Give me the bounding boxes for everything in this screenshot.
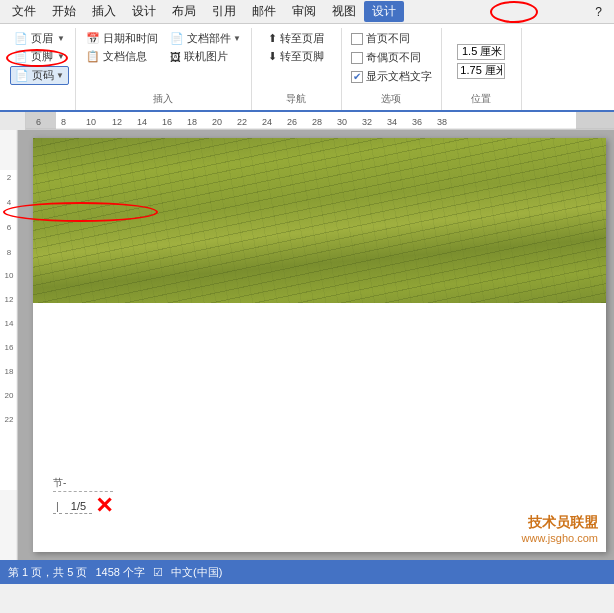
svg-text:22: 22 xyxy=(237,117,247,127)
header-pos-input[interactable] xyxy=(457,44,505,60)
datetime-label: 日期和时间 xyxy=(103,31,158,46)
horizontal-ruler: 6 8 10 12 14 16 18 20 22 24 26 28 30 32 … xyxy=(26,112,614,129)
svg-text:32: 32 xyxy=(362,117,372,127)
pagenum-button[interactable]: 📄 页码 ▼ xyxy=(10,66,69,85)
menu-mail[interactable]: 邮件 xyxy=(244,1,284,22)
svg-text:26: 26 xyxy=(287,117,297,127)
grass-image xyxy=(33,138,606,303)
linkimg-button[interactable]: 🖼 联机图片 xyxy=(166,48,245,65)
svg-text:18: 18 xyxy=(187,117,197,127)
menu-design2[interactable]: 设计 xyxy=(364,1,404,22)
menu-design[interactable]: 设计 xyxy=(124,1,164,22)
show-doc-checkbox[interactable]: ✔ 显示文档文字 xyxy=(349,68,434,85)
menu-file[interactable]: 文件 xyxy=(4,1,44,22)
group-label-insert: 插入 xyxy=(153,92,173,108)
svg-rect-23 xyxy=(0,170,18,490)
first-diff-checkbox[interactable]: 首页不同 xyxy=(349,30,434,47)
first-diff-label: 首页不同 xyxy=(366,31,410,46)
menu-help-icon[interactable]: ? xyxy=(587,3,610,21)
svg-text:38: 38 xyxy=(437,117,447,127)
svg-rect-3 xyxy=(576,112,614,129)
document-area-wrapper: 2 4 6 8 10 12 14 16 18 20 22 节- | xyxy=(0,130,614,560)
footer-button[interactable]: 📄 页脚 ▼ xyxy=(10,48,69,65)
ribbon: 📄 页眉 ▼ 📄 页脚 ▼ 📄 页码 ▼ 📅 日期和时间 xyxy=(0,24,614,112)
goto-footer-label: 转至页脚 xyxy=(280,49,324,64)
svg-text:24: 24 xyxy=(262,117,272,127)
pagenum-dropdown-arrow: ▼ xyxy=(56,71,64,80)
svg-text:34: 34 xyxy=(387,117,397,127)
header-button[interactable]: 📄 页眉 ▼ xyxy=(10,30,69,47)
menu-layout[interactable]: 布局 xyxy=(164,1,204,22)
svg-text:4: 4 xyxy=(7,198,12,207)
svg-text:6: 6 xyxy=(7,223,12,232)
linkimg-label: 联机图片 xyxy=(184,49,228,64)
menu-bar: 文件 开始 插入 设计 布局 引用 邮件 审阅 视图 设计 ? xyxy=(0,0,614,24)
footer-label: 页脚 xyxy=(31,49,55,64)
svg-text:12: 12 xyxy=(112,117,122,127)
docinfo-label: 文档信息 xyxy=(103,49,147,64)
goto-header-label: 转至页眉 xyxy=(280,31,324,46)
group-label-nav: 导航 xyxy=(286,92,306,108)
svg-text:30: 30 xyxy=(337,117,347,127)
pagenum-label: 页码 xyxy=(32,68,54,83)
svg-text:14: 14 xyxy=(137,117,147,127)
docparts-button[interactable]: 📄 文档部件 ▼ xyxy=(166,30,245,47)
status-page-info: 第 1 页，共 5 页 xyxy=(8,565,87,580)
svg-text:16: 16 xyxy=(162,117,172,127)
svg-text:10: 10 xyxy=(5,271,14,280)
page-num-row: | 1/5 ✕ xyxy=(53,495,113,517)
page-footer-section: 节- | 1/5 ✕ xyxy=(53,476,113,517)
header-pos-row xyxy=(457,44,505,60)
svg-text:18: 18 xyxy=(5,367,14,376)
header-dropdown-arrow: ▼ xyxy=(57,34,65,43)
svg-text:28: 28 xyxy=(312,117,322,127)
svg-text:10: 10 xyxy=(86,117,96,127)
footer-pos-input[interactable] xyxy=(457,63,505,79)
menu-review[interactable]: 审阅 xyxy=(284,1,324,22)
status-word-count: 1458 个字 xyxy=(95,565,145,580)
menu-start[interactable]: 开始 xyxy=(44,1,84,22)
cursor-char: | xyxy=(53,499,62,514)
page-area: 节- | 1/5 ✕ 技术员联盟 www.jsgho.com 页面顶端(T) 页… xyxy=(18,130,614,560)
group-label-position: 位置 xyxy=(471,92,491,108)
svg-text:8: 8 xyxy=(7,248,12,257)
ribbon-group-position: 位置 xyxy=(442,28,522,110)
goto-header-button[interactable]: ⬆ 转至页眉 xyxy=(264,30,328,47)
svg-text:36: 36 xyxy=(412,117,422,127)
odd-diff-checkbox[interactable]: 奇偶页不同 xyxy=(349,49,434,66)
ribbon-group-headerfooter: 📄 页眉 ▼ 📄 页脚 ▼ 📄 页码 ▼ xyxy=(4,28,76,110)
odd-diff-label: 奇偶页不同 xyxy=(366,50,421,65)
docinfo-button[interactable]: 📋 文档信息 xyxy=(82,48,162,65)
datetime-button[interactable]: 📅 日期和时间 xyxy=(82,30,162,47)
docparts-label: 文档部件 xyxy=(187,31,231,46)
svg-text:14: 14 xyxy=(5,319,14,328)
svg-text:16: 16 xyxy=(5,343,14,352)
footer-dropdown-arrow: ▼ xyxy=(57,52,65,61)
svg-text:6: 6 xyxy=(36,117,41,127)
vertical-ruler: 2 4 6 8 10 12 14 16 18 20 22 xyxy=(0,130,18,560)
ribbon-group-options: 首页不同 奇偶页不同 ✔ 显示文档文字 选项 xyxy=(342,28,442,110)
document-page: 节- | 1/5 ✕ xyxy=(33,138,606,552)
page-num-display: 1/5 xyxy=(65,499,92,514)
svg-text:20: 20 xyxy=(5,391,14,400)
section-label: 节- xyxy=(53,476,113,492)
ribbon-group-insert: 📅 日期和时间 📋 文档信息 📄 文档部件 ▼ 🖼 联机图片 xyxy=(76,28,252,110)
show-doc-label: 显示文档文字 xyxy=(366,69,432,84)
svg-text:12: 12 xyxy=(5,295,14,304)
ruler-corner xyxy=(0,112,26,130)
ruler-area: 6 8 10 12 14 16 18 20 22 24 26 28 30 32 … xyxy=(0,112,614,130)
svg-text:2: 2 xyxy=(7,173,12,182)
header-label: 页眉 xyxy=(31,31,55,46)
menu-reference[interactable]: 引用 xyxy=(204,1,244,22)
status-bar: 第 1 页，共 5 页 1458 个字 ☑ 中文(中国) xyxy=(0,560,614,584)
svg-text:8: 8 xyxy=(61,117,66,127)
ribbon-group-nav: ⬆ 转至页眉 ⬇ 转至页脚 导航 xyxy=(252,28,342,110)
svg-text:22: 22 xyxy=(5,415,14,424)
first-diff-check xyxy=(351,33,363,45)
menu-insert[interactable]: 插入 xyxy=(84,1,124,22)
goto-footer-button[interactable]: ⬇ 转至页脚 xyxy=(264,48,328,65)
menu-view[interactable]: 视图 xyxy=(324,1,364,22)
show-doc-check: ✔ xyxy=(351,71,363,83)
status-edit-icon: ☑ xyxy=(153,566,163,579)
footer-pos-row xyxy=(457,63,505,79)
